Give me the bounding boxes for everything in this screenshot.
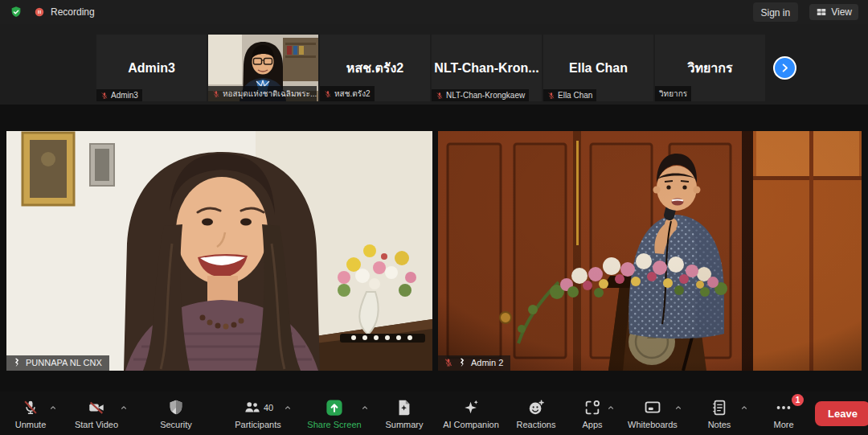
thumbnail-nlt-chan[interactable]: NLT-Chan-Kron... NLT-Chan-Krongkaew: [432, 35, 542, 101]
thumbnail-label: Admin3: [111, 91, 138, 100]
whiteboards-options-caret[interactable]: [674, 404, 682, 412]
participants-count: 40: [264, 403, 273, 412]
whiteboards-label: Whiteboards: [628, 420, 678, 429]
participant-filmstrip: Admin3 Admin3: [96, 35, 765, 101]
security-button[interactable]: Security: [132, 396, 220, 435]
thumbnail-label: วิทยากร: [659, 88, 687, 100]
ai-companion-button[interactable]: AI Companion: [436, 396, 506, 435]
participants-icon: [243, 399, 260, 417]
view-button[interactable]: View: [809, 4, 858, 20]
thumbnail-label: หสช.ตรัง2: [334, 88, 371, 100]
camera-off-icon: [88, 399, 105, 417]
notes-button[interactable]: Notes: [686, 396, 752, 435]
security-label: Security: [160, 420, 192, 429]
thumbnail-name-tag: วิทยากร: [655, 86, 691, 101]
more-dots-icon: [775, 399, 792, 417]
notes-icon: [710, 399, 728, 417]
mic-muted-icon: [100, 92, 108, 100]
mic-muted-icon: [324, 90, 332, 98]
video-tile-punnapa[interactable]: PUNNAPA NL CNX: [6, 131, 432, 371]
video-tile-admin2[interactable]: Admin 2: [438, 131, 862, 371]
summary-button[interactable]: Summary: [373, 396, 436, 435]
admin2-name-label: Admin 2: [438, 355, 510, 371]
apps-icon: [583, 399, 601, 417]
thumbnail-admin3[interactable]: Admin3 Admin3: [96, 35, 207, 101]
ai-sparkle-icon: [462, 399, 480, 417]
share-screen-label: Share Screen: [307, 420, 361, 429]
participants-label: Participants: [235, 420, 280, 429]
thumbnail-name-tag: NLT-Chan-Krongkaew: [432, 89, 529, 101]
share-screen-icon: [326, 399, 343, 417]
filmstrip-next-page-button[interactable]: [773, 56, 796, 80]
punnapa-name-text: PUNNAPA NL CNX: [26, 358, 102, 367]
start-video-button[interactable]: Start Video: [61, 396, 132, 435]
recording-icon: [34, 6, 45, 18]
security-shield-icon: [167, 399, 185, 417]
thumbnail-label: หอสมุดแห่งชาติเฉลิมพระ...: [223, 88, 317, 100]
reactions-button[interactable]: Reactions: [506, 396, 566, 435]
encryption-shield-icon[interactable]: [10, 6, 23, 18]
more-label: More: [773, 420, 793, 429]
mic-muted-icon: [444, 358, 453, 367]
ai-companion-label: AI Companion: [443, 420, 499, 429]
mic-muted-icon: [436, 92, 444, 100]
mic-muted-icon: [22, 399, 39, 417]
leave-button[interactable]: Leave: [815, 401, 868, 426]
reactions-smiley-icon: [527, 399, 545, 417]
share-screen-button[interactable]: Share Screen: [296, 396, 373, 435]
summary-doc-icon: [395, 399, 413, 417]
grid-view-icon: [816, 6, 827, 18]
thumbnail-name-tag: หสช.ตรัง2: [320, 86, 375, 101]
apps-label: Apps: [582, 420, 602, 429]
thumbnail-ella-chan[interactable]: Ella Chan Ella Chan: [543, 35, 653, 101]
participants-button[interactable]: 40 Participants: [220, 396, 296, 435]
thumbnail-trang2[interactable]: หสช.ตรัง2 หสช.ตรัง2: [320, 35, 430, 101]
sign-in-button[interactable]: Sign in: [753, 2, 799, 22]
chevron-right-icon: [779, 62, 791, 74]
thumbnail-name-tag: หอสมุดแห่งชาติเฉลิมพระ...: [208, 86, 317, 101]
thumbnail-name-tag: Ella Chan: [543, 89, 596, 101]
unmute-options-caret[interactable]: [49, 404, 57, 412]
apps-button[interactable]: Apps: [566, 396, 619, 435]
share-options-caret[interactable]: [361, 404, 369, 412]
participants-options-caret[interactable]: [284, 404, 292, 412]
whiteboards-button[interactable]: Whiteboards: [619, 396, 686, 435]
reactions-label: Reactions: [517, 420, 556, 429]
mic-muted-icon: [547, 92, 555, 100]
thumbnail-label: NLT-Chan-Krongkaew: [446, 91, 525, 100]
video-options-caret[interactable]: [120, 404, 128, 412]
pin-icon: [457, 358, 467, 367]
mic-muted-icon: [212, 90, 220, 98]
punnapa-name-label: PUNNAPA NL CNX: [6, 355, 109, 371]
more-button[interactable]: More 1: [752, 396, 815, 435]
admin2-name-text: Admin 2: [471, 358, 503, 367]
meeting-top-bar: Recording Sign in View: [0, 0, 868, 24]
more-notification-badge: 1: [792, 394, 804, 406]
punnapa-video-feed: [6, 131, 432, 371]
sign-in-label: Sign in: [761, 7, 791, 18]
thumbnail-name-tag: Admin3: [96, 89, 142, 101]
summary-label: Summary: [385, 420, 423, 429]
thumbnail-label: Ella Chan: [558, 91, 592, 100]
recording-label: Recording: [51, 6, 95, 18]
pin-icon: [12, 358, 22, 367]
view-label: View: [831, 6, 852, 18]
thumbnail-speaker[interactable]: วิทยากร วิทยากร: [655, 35, 765, 101]
admin2-video-feed: [438, 131, 862, 371]
apps-options-caret[interactable]: [607, 404, 615, 412]
meeting-toolbar: Unmute Start Video Security 40 Participa…: [0, 392, 868, 435]
recording-indicator[interactable]: Recording: [34, 6, 95, 18]
thumbnail-library-video[interactable]: หอสมุดแห่งชาติเฉลิมพระ...: [208, 35, 318, 101]
notes-label: Notes: [708, 420, 731, 429]
notes-options-caret[interactable]: [740, 404, 748, 412]
whiteboard-icon: [644, 399, 661, 417]
unmute-button[interactable]: Unmute: [0, 396, 61, 435]
start-video-label: Start Video: [75, 420, 118, 429]
unmute-label: Unmute: [15, 420, 47, 429]
